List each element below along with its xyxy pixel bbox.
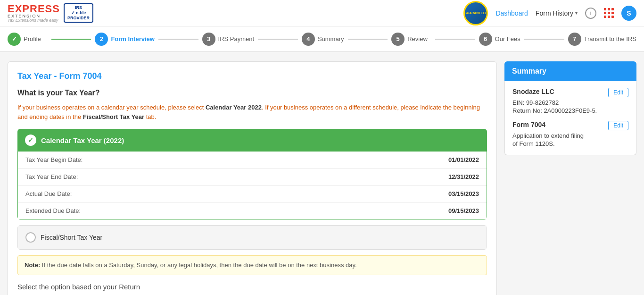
summary-company-name: Snodaze LLC — [512, 88, 554, 95]
instruction-bold-1: Calendar Year 2022 — [206, 104, 262, 111]
form-history-button[interactable]: Form History ▾ — [536, 9, 578, 17]
connector-2-3 — [158, 39, 198, 40]
tax-year-end-label: Tax Year End Date: — [25, 173, 448, 180]
summary-return-no: Return No: 2A0000223F0E9-5. — [512, 107, 628, 114]
logo-express-text: EXPRESS — [8, 4, 60, 14]
tax-year-begin-row: Tax Year Begin Date: 01/01/2022 — [18, 152, 487, 169]
steps-bar: ✓ Profile 2 Form Interview 3 IRS Payment… — [0, 26, 644, 52]
irs-badge: IRS✓ e-filePROVIDER — [64, 3, 93, 22]
step-label-summary: Summary — [318, 35, 344, 42]
dashboard-link[interactable]: Dashboard — [495, 9, 528, 17]
fiscal-option-label: Fiscal/Short Tax Year — [41, 234, 102, 241]
calendar-option-label: Calendar Tax Year (2022) — [41, 136, 124, 144]
note-text: If the due date falls on a Saturday, Sun… — [42, 261, 357, 269]
summary-panel: Summary Snodaze LLC Edit EIN: 99-8262782… — [504, 61, 636, 295]
summary-body: Snodaze LLC Edit EIN: 99-8262782 Return … — [504, 81, 636, 155]
tax-year-begin-value: 01/01/2022 — [448, 156, 479, 163]
extended-due-date-label: Extended Due Date: — [25, 207, 448, 214]
calendar-check-icon — [25, 135, 36, 146]
summary-form-row: Form 7004 Edit — [512, 121, 628, 130]
actual-due-date-row: Actual Due Date: 03/15/2023 — [18, 185, 487, 202]
tax-year-end-row: Tax Year End Date: 12/31/2022 — [18, 169, 487, 185]
step-circle-1: ✓ — [8, 33, 21, 46]
connector-1-2 — [51, 39, 91, 40]
connector-4-5 — [348, 39, 388, 40]
step-circle-5: 5 — [391, 33, 405, 46]
chevron-down-icon: ▾ — [575, 10, 578, 16]
calendar-option-details: Tax Year Begin Date: 01/01/2022 Tax Year… — [17, 152, 487, 219]
fiscal-radio-icon — [25, 232, 36, 243]
header-right: GUARANTEED Dashboard Form History ▾ i S — [463, 1, 636, 25]
note-box: Note: If the due date falls on a Saturda… — [17, 255, 487, 275]
question-title: What is your Tax Year? — [17, 89, 487, 97]
select-option-section: Select the option based on your Return — [17, 283, 487, 291]
step-circle-3: 3 — [202, 33, 215, 46]
grid-icon[interactable] — [604, 8, 614, 18]
step-circle-7: 7 — [568, 33, 581, 46]
summary-form-desc-2: of Form 1120S. — [512, 140, 628, 147]
connector-6-7 — [524, 39, 564, 40]
step-circle-2: 2 — [95, 33, 108, 46]
fiscal-option-header[interactable]: Fiscal/Short Tax Year — [18, 226, 487, 249]
step-irs-payment[interactable]: 3 IRS Payment — [202, 33, 255, 46]
step-transmit[interactable]: 7 Transmit to the IRS — [568, 33, 637, 46]
calendar-option-header[interactable]: Calendar Tax Year (2022) — [17, 129, 487, 152]
header: EXPRESS EXTENSION Tax Extensions made ea… — [0, 0, 644, 26]
connector-5-6 — [435, 39, 475, 40]
summary-header: Summary — [504, 61, 636, 81]
step-label-form-interview: Form Interview — [111, 35, 154, 42]
summary-form-title: Form 7004 — [512, 121, 545, 128]
tax-year-begin-label: Tax Year Begin Date: — [25, 156, 448, 163]
actual-due-date-value: 03/15/2023 — [448, 190, 479, 197]
instruction-text: If your business operates on a calendar … — [17, 103, 487, 121]
note-label: Note: — [25, 261, 40, 269]
step-form-interview[interactable]: 2 Form Interview — [95, 33, 154, 46]
step-profile[interactable]: ✓ Profile — [8, 33, 48, 46]
step-circle-4: 4 — [302, 33, 315, 46]
summary-ein: EIN: 99-8262782 — [512, 99, 628, 106]
instruction-bold-2: Fiscal/Short Tax Year — [83, 113, 144, 120]
step-our-fees[interactable]: 6 Our Fees — [479, 33, 520, 46]
summary-edit-button-1[interactable]: Edit — [608, 88, 628, 97]
extended-due-date-row: Extended Due Date: 09/15/2023 — [18, 202, 487, 219]
step-label-our-fees: Our Fees — [495, 35, 520, 42]
actual-due-date-label: Actual Due Date: — [25, 190, 448, 197]
form-section: Tax Year - Form 7004 What is your Tax Ye… — [8, 61, 497, 295]
main-content: Tax Year - Form 7004 What is your Tax Ye… — [0, 52, 644, 295]
logo-area: EXPRESS EXTENSION Tax Extensions made ea… — [8, 3, 93, 22]
step-label-transmit: Transmit to the IRS — [584, 35, 637, 42]
page-title: Tax Year - Form 7004 — [17, 71, 487, 81]
calendar-tax-year-option[interactable]: Calendar Tax Year (2022) Tax Year Begin … — [17, 129, 487, 219]
logo-express: EXPRESS EXTENSION Tax Extensions made ea… — [8, 4, 60, 23]
summary-company-row: Snodaze LLC Edit — [512, 88, 628, 97]
guaranteed-badge: GUARANTEED — [463, 1, 488, 25]
logo-tagline: Tax Extensions made easy — [8, 18, 60, 23]
tax-year-end-value: 12/31/2022 — [448, 173, 479, 180]
fiscal-tax-year-option[interactable]: Fiscal/Short Tax Year — [17, 225, 487, 250]
step-label-irs-payment: IRS Payment — [218, 35, 255, 42]
step-circle-6: 6 — [479, 33, 492, 46]
step-label-review: Review — [407, 35, 428, 42]
step-summary[interactable]: 4 Summary — [302, 33, 344, 46]
extended-due-date-value: 09/15/2023 — [448, 207, 479, 214]
form-history-label: Form History — [536, 9, 573, 17]
guaranteed-label: GUARANTEED — [464, 11, 487, 15]
info-icon[interactable]: i — [585, 8, 596, 19]
step-review[interactable]: 5 Review — [391, 33, 431, 46]
user-avatar[interactable]: S — [621, 6, 636, 21]
select-option-label: Select the option based on your Return — [17, 283, 140, 291]
step-label-profile: Profile — [24, 35, 41, 42]
summary-form-section: Form 7004 Edit Application to extend fil… — [512, 121, 628, 147]
connector-3-4 — [258, 39, 298, 40]
summary-edit-button-2[interactable]: Edit — [608, 121, 628, 130]
summary-form-desc-1: Application to extend filing — [512, 132, 628, 139]
